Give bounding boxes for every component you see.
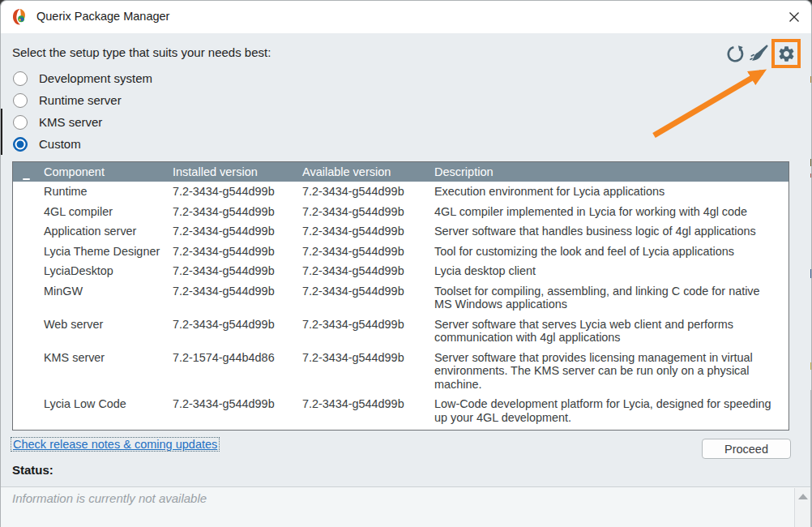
available-version: 7.2-3434-g544d99b	[302, 264, 434, 278]
radio-label: KMS server	[39, 115, 102, 129]
component-name: Lycia Low Code	[44, 397, 173, 411]
refresh-button[interactable]	[724, 43, 746, 64]
component-description: 4GL compiler implemented in Lycia for wo…	[434, 205, 788, 219]
installed-version: 7.2-3434-g544d99b	[173, 397, 302, 411]
available-version: 7.2-3434-g544d99b	[302, 351, 434, 365]
table-row[interactable]: MinGW 7.2-3434-g544d99b 7.2-3434-g544d99…	[13, 281, 788, 315]
status-message: Information is currently not available	[12, 491, 207, 505]
header-description: Description	[434, 165, 788, 178]
component-name: Web server	[44, 318, 173, 332]
available-version: 7.2-3434-g544d99b	[302, 397, 434, 411]
status-scrollbar[interactable]	[794, 488, 810, 527]
title-bar: Querix Package Manager	[1, 1, 811, 33]
installed-version: 7.2-3434-g544d99b	[173, 205, 302, 219]
close-icon	[788, 11, 800, 23]
radio-option-runtime-server[interactable]: Runtime server	[13, 89, 152, 111]
component-name: Application server	[44, 225, 173, 238]
component-description: Server software that serves Lycia web cl…	[434, 318, 788, 345]
radio-circle[interactable]	[13, 137, 28, 152]
component-description: Server software that handles business lo…	[434, 225, 788, 238]
radio-circle[interactable]	[13, 93, 28, 108]
table-row[interactable]: Web server 7.2-3434-g544d99b 7.2-3434-g5…	[13, 315, 788, 348]
component-description: Low-Code development platform for Lycia,…	[434, 397, 788, 424]
installed-version: 7.2-1574-g44b4d86	[173, 351, 302, 365]
header-component: Component	[44, 165, 173, 178]
component-name: MinGW	[44, 285, 173, 298]
radio-label: Custom	[39, 137, 81, 151]
close-button[interactable]	[782, 6, 806, 28]
radio-option-kms-server[interactable]: KMS server	[13, 111, 152, 133]
component-name: KMS server	[44, 351, 173, 365]
radio-option-development-system[interactable]: Development system	[13, 67, 152, 89]
component-name: LyciaDesktop	[44, 264, 173, 278]
table-row[interactable]: LyciaDesktop 7.2-3434-g544d99b 7.2-3434-…	[13, 261, 788, 281]
component-description: Execution environment for Lycia applicat…	[434, 185, 788, 199]
table-row[interactable]: Lycia Theme Designer 7.2-3434-g544d99b 7…	[13, 242, 788, 262]
component-description: Server software that provides licensing …	[434, 351, 788, 392]
radio-option-custom[interactable]: Custom	[13, 133, 152, 155]
screen-edge-artifact	[1, 109, 2, 155]
table-row[interactable]: 4GL compiler 7.2-3434-g544d99b 7.2-3434-…	[13, 202, 788, 222]
components-table: Component Installed version Available ve…	[12, 161, 789, 431]
component-name: Lycia Theme Designer	[44, 245, 173, 259]
package-manager-window: Querix Package Manager Select the setup …	[0, 0, 812, 527]
radio-circle[interactable]	[13, 115, 28, 130]
available-version: 7.2-3434-g544d99b	[302, 225, 434, 238]
window-title: Querix Package Manager	[36, 10, 169, 23]
radio-label: Runtime server	[39, 93, 122, 107]
status-label: Status:	[12, 463, 53, 477]
settings-highlight-box	[771, 39, 801, 68]
setup-type-label: Select the setup type that suits your ne…	[12, 45, 271, 59]
settings-gear-icon	[777, 45, 796, 63]
installed-version: 7.2-3434-g544d99b	[173, 318, 302, 332]
available-version: 7.2-3434-g544d99b	[302, 245, 434, 259]
status-box: Information is currently not available	[1, 486, 812, 527]
installed-version: 7.2-3434-g544d99b	[173, 185, 302, 199]
available-version: 7.2-3434-g544d99b	[302, 285, 434, 298]
installed-version: 7.2-3434-g544d99b	[173, 264, 302, 278]
component-description: Lycia desktop client	[434, 264, 788, 278]
table-body: Runtime 7.2-3434-g544d99b 7.2-3434-g544d…	[13, 182, 788, 431]
header-available: Available version	[302, 165, 434, 178]
available-version: 7.2-3434-g544d99b	[302, 318, 434, 332]
available-version: 7.2-3434-g544d99b	[302, 185, 434, 199]
annotation-arrow	[645, 59, 779, 142]
component-name: Runtime	[44, 185, 173, 199]
clean-brush-icon	[749, 44, 769, 64]
table-header-row: Component Installed version Available ve…	[13, 162, 788, 182]
installed-version: 7.2-3434-g544d99b	[173, 225, 302, 238]
radio-circle[interactable]	[13, 71, 28, 86]
table-row[interactable]: Lycia Low Code 7.2-3434-g544d99b 7.2-343…	[13, 394, 788, 427]
querix-logo-icon	[11, 8, 29, 26]
available-version: 7.2-3434-g544d99b	[302, 205, 434, 219]
table-row[interactable]: KMS server 7.2-1574-g44b4d86 7.2-3434-g5…	[13, 348, 788, 395]
component-description: Tool for customizing the look and feel o…	[434, 245, 788, 259]
installed-version: 7.2-3434-g544d99b	[173, 245, 302, 259]
scroll-up-icon[interactable]	[798, 494, 808, 499]
proceed-button[interactable]: Proceed	[702, 439, 791, 459]
radio-label: Development system	[39, 71, 152, 85]
release-notes-link[interactable]: Check release notes & coming updates	[11, 437, 220, 452]
settings-button[interactable]	[776, 43, 797, 64]
table-row[interactable]: Runtime 7.2-3434-g544d99b 7.2-3434-g544d…	[13, 182, 788, 202]
header-installed: Installed version	[173, 165, 302, 178]
refresh-icon	[726, 45, 745, 63]
table-row[interactable]: Application server 7.2-3434-g544d99b 7.2…	[13, 221, 788, 242]
setup-type-radio-group: Development system Runtime server KMS se…	[13, 67, 152, 155]
component-description: Toolset for compiling, assembling, and l…	[434, 285, 788, 311]
component-name: 4GL compiler	[44, 205, 173, 219]
clean-button[interactable]	[748, 43, 769, 64]
installed-version: 7.2-3434-g544d99b	[173, 285, 302, 298]
